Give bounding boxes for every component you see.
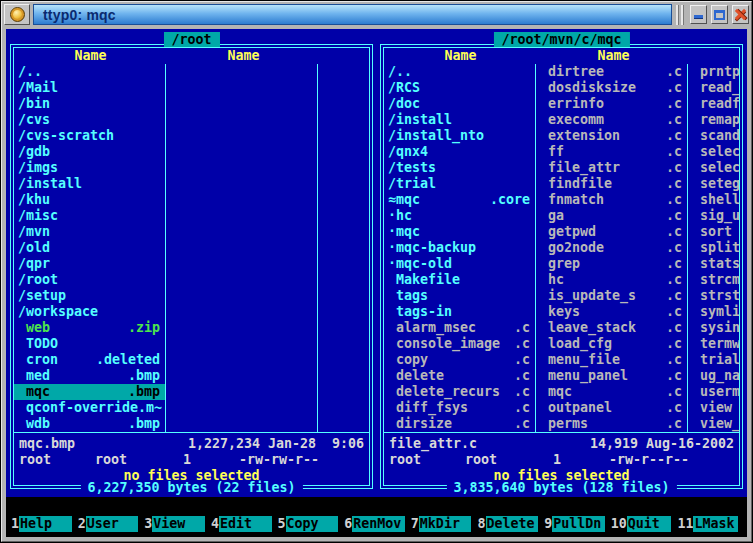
fkey-user[interactable]: 2User	[78, 516, 145, 532]
file-row[interactable]: dirsize.c	[384, 416, 535, 432]
file-row[interactable]: menu_panel.c	[536, 368, 687, 384]
file-row[interactable]: readf	[688, 96, 739, 112]
file-row[interactable]: Makefile	[384, 272, 535, 288]
file-row[interactable]: seteg	[688, 176, 739, 192]
file-row[interactable]: delete.c	[384, 368, 535, 384]
file-row[interactable]: leave_stack.c	[536, 320, 687, 336]
file-row[interactable]: /install_nto	[384, 128, 535, 144]
file-row[interactable]: /..	[384, 64, 535, 80]
file-row[interactable]: ·mqc	[384, 224, 535, 240]
file-row[interactable]: hc.c	[536, 272, 687, 288]
file-row[interactable]: ·mqc-old	[384, 256, 535, 272]
file-row[interactable]: /..	[14, 64, 165, 80]
file-row[interactable]: ga.c	[536, 208, 687, 224]
file-row[interactable]: execomm.c	[536, 112, 687, 128]
file-row[interactable]: /qnx4	[384, 144, 535, 160]
file-row[interactable]: /gdb	[14, 144, 165, 160]
file-row[interactable]: tags-in	[384, 304, 535, 320]
close-button[interactable]	[732, 5, 749, 24]
file-row[interactable]: /RCS	[384, 80, 535, 96]
file-row[interactable]: /old	[14, 240, 165, 256]
fkey-pulldn[interactable]: 9PullDn	[544, 516, 611, 532]
file-row[interactable]: stats	[688, 256, 739, 272]
maximize-button[interactable]	[711, 5, 728, 24]
file-row[interactable]: split	[688, 240, 739, 256]
fkey-quit[interactable]: 10Quit	[611, 516, 678, 532]
file-row[interactable]: trial	[688, 352, 739, 368]
file-row[interactable]: ·mqc-backup	[384, 240, 535, 256]
file-row[interactable]: /qpr	[14, 256, 165, 272]
command-line[interactable]: /root #	[6, 497, 747, 514]
fkey-mkdir[interactable]: 7MkDir	[411, 516, 478, 532]
file-row[interactable]: web.zip	[14, 320, 165, 336]
file-row[interactable]: file_attr.c	[536, 160, 687, 176]
file-row[interactable]: is_update_s.c	[536, 288, 687, 304]
file-row[interactable]: qconf-override.m~	[14, 400, 165, 416]
file-row[interactable]: /install	[384, 112, 535, 128]
file-row[interactable]: /misc	[14, 208, 165, 224]
file-row[interactable]: view	[688, 400, 739, 416]
file-row[interactable]: /workspace	[14, 304, 165, 320]
file-row[interactable]: load_cfg.c	[536, 336, 687, 352]
fkey-copy[interactable]: 5Copy	[278, 516, 345, 532]
file-row[interactable]: termw	[688, 336, 739, 352]
file-row[interactable]: prntp	[688, 64, 739, 80]
file-row[interactable]: sysin	[688, 320, 739, 336]
fkey-view[interactable]: 3View	[144, 516, 211, 532]
file-row[interactable]: selec	[688, 144, 739, 160]
file-row[interactable]: wdb.bmp	[14, 416, 165, 432]
file-row[interactable]: remap	[688, 112, 739, 128]
fkey-delete[interactable]: 8Delete	[477, 516, 544, 532]
file-row[interactable]: userm	[688, 384, 739, 400]
file-row[interactable]: errinfo.c	[536, 96, 687, 112]
system-menu-button[interactable]	[4, 4, 30, 25]
file-row[interactable]: /imgs	[14, 160, 165, 176]
fkey-edit[interactable]: 4Edit	[211, 516, 278, 532]
file-row[interactable]: mqc.c	[536, 384, 687, 400]
file-row[interactable]: /tests	[384, 160, 535, 176]
file-row[interactable]: ·hc	[384, 208, 535, 224]
minimize-button[interactable]	[690, 5, 707, 24]
file-row[interactable]: getpwd.c	[536, 224, 687, 240]
panel-title[interactable]: /root	[163, 32, 219, 47]
file-row[interactable]: mqc.bmp	[14, 384, 165, 400]
file-row[interactable]: fnmatch.c	[536, 192, 687, 208]
file-row[interactable]: selec	[688, 160, 739, 176]
title-area[interactable]: ttyp0: mqc	[33, 4, 672, 25]
file-row[interactable]: /setup	[14, 288, 165, 304]
file-row[interactable]: /bin	[14, 96, 165, 112]
file-row[interactable]: dosdisksize.c	[536, 80, 687, 96]
file-row[interactable]: shell	[688, 192, 739, 208]
file-row[interactable]: outpanel.c	[536, 400, 687, 416]
file-row[interactable]: extension.c	[536, 128, 687, 144]
file-row[interactable]: perms.c	[536, 416, 687, 432]
file-row[interactable]: strst	[688, 288, 739, 304]
file-row[interactable]: copy.c	[384, 352, 535, 368]
file-row[interactable]: /Mail	[14, 80, 165, 96]
file-row[interactable]: /khu	[14, 192, 165, 208]
file-row[interactable]: /doc	[384, 96, 535, 112]
file-row[interactable]: alarm_msec.c	[384, 320, 535, 336]
file-row[interactable]: keys.c	[536, 304, 687, 320]
file-row[interactable]: ug_na	[688, 368, 739, 384]
file-row[interactable]: findfile.c	[536, 176, 687, 192]
fkey-lmask[interactable]: 11LMask	[677, 516, 744, 532]
file-row[interactable]: tags	[384, 288, 535, 304]
fkey-renmov[interactable]: 6RenMov	[344, 516, 411, 532]
file-row[interactable]: /trial	[384, 176, 535, 192]
file-row[interactable]: menu_file.c	[536, 352, 687, 368]
file-row[interactable]: strcm	[688, 272, 739, 288]
file-row[interactable]: scand	[688, 128, 739, 144]
file-row[interactable]: diff_fsys.c	[384, 400, 535, 416]
file-row[interactable]: grep.c	[536, 256, 687, 272]
file-row[interactable]: /install	[14, 176, 165, 192]
file-row[interactable]: view_	[688, 416, 739, 432]
file-row[interactable]: TODO	[14, 336, 165, 352]
file-row[interactable]: ≈mqc.core	[384, 192, 535, 208]
file-row[interactable]: /mvn	[14, 224, 165, 240]
file-row[interactable]: /cvs-scratch	[14, 128, 165, 144]
file-row[interactable]: go2node.c	[536, 240, 687, 256]
file-row[interactable]: symli	[688, 304, 739, 320]
panel-title[interactable]: /root/mvn/c/mqc	[493, 32, 629, 47]
file-row[interactable]: sig_u	[688, 208, 739, 224]
